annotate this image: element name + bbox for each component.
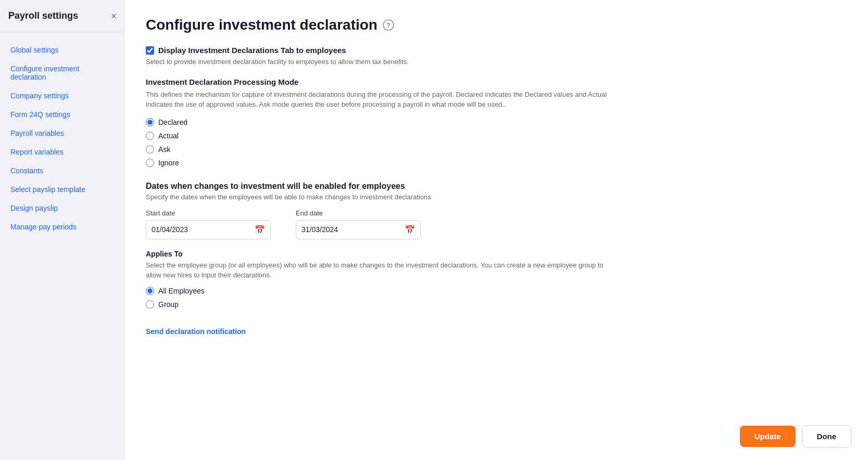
main-content: Configure investment declaration ? Displ… <box>125 0 868 460</box>
radio-label-actual[interactable]: Actual <box>158 132 179 140</box>
bottom-actions: Update Done <box>740 425 851 448</box>
end-date-input-wrapper: 📅 <box>296 220 421 239</box>
radio-group[interactable] <box>146 300 154 309</box>
radio-item-group: Group <box>146 300 843 309</box>
radio-label-declared[interactable]: Declared <box>158 118 187 126</box>
display-tab-desc: Select to provide investment declaration… <box>146 57 843 67</box>
sidebar-item-payroll-variables[interactable]: Payroll variables <box>0 124 125 143</box>
start-date-input-wrapper: 📅 <box>146 220 271 239</box>
sidebar-item-report-variables[interactable]: Report variables <box>0 143 125 161</box>
send-notification-link[interactable]: Send declaration notification <box>146 327 246 336</box>
display-tab-checkbox[interactable] <box>146 46 154 55</box>
start-date-group: Start date 📅 <box>146 209 271 239</box>
start-date-calendar-icon[interactable]: 📅 <box>255 225 265 235</box>
applies-to-desc: Select the employee group (or all employ… <box>146 260 614 280</box>
page-title: Configure investment declaration <box>146 17 378 33</box>
applies-to-label: Applies To <box>146 250 843 258</box>
sidebar: Payroll settings × Global settingsConfig… <box>0 0 125 460</box>
sidebar-header: Payroll settings × <box>0 0 125 32</box>
radio-declared[interactable] <box>146 118 154 126</box>
sidebar-item-design-payslip[interactable]: Design payslip <box>0 199 125 218</box>
update-button[interactable]: Update <box>740 426 796 447</box>
done-button[interactable]: Done <box>802 425 852 448</box>
help-icon[interactable]: ? <box>383 19 394 31</box>
radio-actual[interactable] <box>146 132 154 140</box>
sidebar-title: Payroll settings <box>8 10 78 21</box>
processing-mode-desc: This defines the mechanism for capture o… <box>146 90 614 110</box>
sidebar-item-manage-pay-periods[interactable]: Manage pay periods <box>0 218 125 236</box>
close-icon[interactable]: × <box>111 11 117 21</box>
radio-all-employees[interactable] <box>146 287 154 295</box>
processing-mode-radio-group: Declared Actual Ask Ignore <box>146 118 843 167</box>
sidebar-item-company-settings[interactable]: Company settings <box>0 86 125 105</box>
radio-ignore[interactable] <box>146 159 154 167</box>
end-date-calendar-icon[interactable]: 📅 <box>405 225 415 235</box>
radio-label-all-employees[interactable]: All Employees <box>158 287 205 295</box>
radio-label-ask[interactable]: Ask <box>158 145 170 154</box>
end-date-input[interactable] <box>301 225 400 234</box>
display-tab-checkbox-row: Display Investment Declarations Tab to e… <box>146 46 843 55</box>
processing-mode-heading: Investment Declaration Processing Mode <box>146 78 843 86</box>
sidebar-item-global-settings[interactable]: Global settings <box>0 41 125 59</box>
sidebar-item-configure-investment-declaration[interactable]: Configure investment declaration <box>0 59 125 86</box>
sidebar-item-constants[interactable]: Constants <box>0 161 125 180</box>
start-date-input[interactable] <box>152 225 250 234</box>
sidebar-item-select-payslip-template[interactable]: Select payslip template <box>0 180 125 199</box>
page-title-row: Configure investment declaration ? <box>146 17 843 33</box>
radio-item-ask: Ask <box>146 145 843 154</box>
start-date-label: Start date <box>146 209 271 217</box>
dates-section-desc: Specify the dates when the employees wil… <box>146 193 843 201</box>
dates-section-heading: Dates when changes to investment will be… <box>146 182 843 191</box>
end-date-label: End date <box>296 209 421 217</box>
sidebar-nav: Global settingsConfigure investment decl… <box>0 32 125 245</box>
applies-to-radio-group: All Employees Group <box>146 287 843 309</box>
radio-label-ignore[interactable]: Ignore <box>158 159 179 167</box>
radio-ask[interactable] <box>146 145 154 154</box>
end-date-group: End date 📅 <box>296 209 421 239</box>
date-fields-row: Start date 📅 End date 📅 <box>146 209 843 239</box>
sidebar-item-form-24q-settings[interactable]: Form 24Q settings <box>0 105 125 124</box>
radio-item-actual: Actual <box>146 132 843 140</box>
radio-label-group[interactable]: Group <box>158 300 179 309</box>
radio-item-all-employees: All Employees <box>146 287 843 295</box>
display-tab-checkbox-label[interactable]: Display Investment Declarations Tab to e… <box>158 46 346 55</box>
radio-item-ignore: Ignore <box>146 159 843 167</box>
radio-item-declared: Declared <box>146 118 843 126</box>
